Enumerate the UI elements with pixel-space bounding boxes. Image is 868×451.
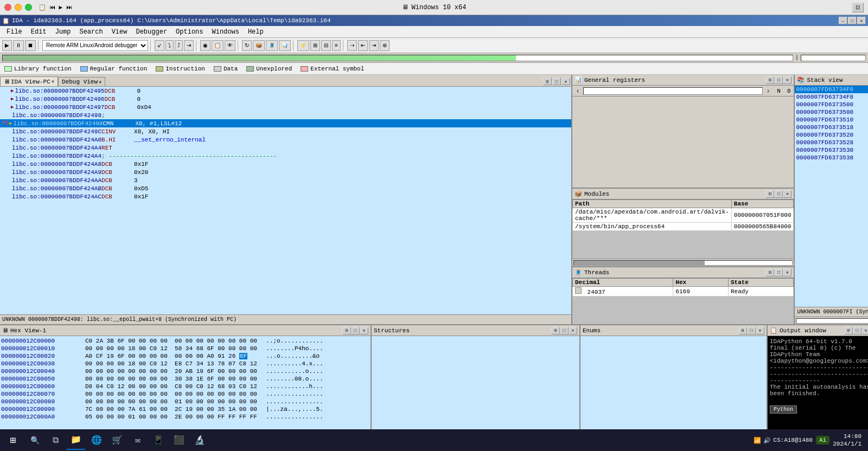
extra4[interactable]: ≡ — [332, 40, 341, 51]
step-out[interactable]: ⤴ — [175, 40, 183, 51]
menu-file[interactable]: File — [2, 27, 27, 37]
taskbar-android[interactable]: 📱 — [149, 430, 168, 450]
regs-btn[interactable]: 📊 — [279, 40, 291, 51]
reg-nav-left[interactable]: ‹ — [572, 87, 583, 95]
hex-content[interactable]: 000000012C00000 C0 2A 3B 6F 00 00 00 00 … — [0, 336, 371, 440]
taskbar-explorer[interactable]: 📁 — [66, 430, 86, 450]
menu-help[interactable]: Help — [244, 27, 268, 37]
menu-debugger[interactable]: Debugger — [131, 27, 171, 37]
legend-external-label: External symbol — [310, 66, 364, 72]
taskbar-search-button[interactable]: 🔍 — [25, 430, 44, 450]
modules-row[interactable]: /system/bin/app_process64 0000000565B840… — [573, 223, 794, 231]
action4[interactable]: ⊛ — [380, 40, 390, 51]
enums-restore[interactable]: ⊡ — [738, 327, 747, 334]
gen-reg-float[interactable]: □ — [774, 76, 783, 84]
taskbar-ida[interactable]: 🔬 — [190, 430, 209, 450]
output-float[interactable]: □ — [853, 327, 861, 334]
structures-restore[interactable]: ⊡ — [551, 327, 560, 334]
python-button[interactable]: Python — [770, 405, 797, 414]
menu-options[interactable]: Options — [171, 27, 207, 37]
thread-row[interactable]: 24937 6169 Ready — [573, 287, 794, 297]
menu-windows[interactable]: Windows — [208, 27, 244, 37]
action1[interactable]: ⇢ — [347, 40, 357, 51]
modules-restore[interactable]: ⊡ — [765, 190, 774, 198]
modules-row[interactable]: /data/misc/apexdata/com.android.art/dalv… — [573, 208, 794, 223]
win-restore-btn[interactable]: ⊡ — [852, 3, 864, 12]
taskbar-mail[interactable]: ✉ — [128, 430, 148, 450]
threads-col-decimal: Decimal — [573, 279, 673, 287]
thread-hex: 6169 — [673, 287, 729, 297]
sys-tray-network[interactable]: 📶 — [754, 437, 761, 444]
panel-close-btn[interactable]: ✕ — [561, 78, 570, 85]
os-title: Windows 10 x64 — [412, 4, 467, 11]
threads-restore[interactable]: ⊡ — [765, 269, 774, 276]
output-restore[interactable]: ⊡ — [844, 327, 853, 334]
reg-nav-right[interactable]: › — [763, 87, 774, 95]
debug-view-close[interactable]: ✕ — [99, 79, 101, 85]
modules-btn[interactable]: 📦 — [253, 40, 265, 51]
tab-debug-view[interactable]: Debug View ✕ — [58, 77, 105, 86]
tab-ida-view[interactable]: 🖥 IDA View-PC ✕ — [0, 76, 58, 86]
hex-restore[interactable]: ⊡ — [342, 327, 351, 334]
taskbar-task-view[interactable]: ⧉ — [46, 430, 65, 450]
disasm-row: libc.so:00000007BDDF424AC DCB 0x1F — [0, 192, 571, 201]
enums-close[interactable]: ✕ — [756, 327, 764, 334]
threads-float[interactable]: □ — [774, 269, 783, 276]
ida-close-btn[interactable]: ✕ — [857, 17, 866, 24]
modules-scrollbar[interactable] — [573, 260, 793, 266]
gen-reg-restore[interactable]: ⊡ — [765, 76, 774, 84]
maximize-button[interactable] — [25, 4, 32, 11]
structures-float[interactable]: □ — [560, 327, 569, 334]
taskbar-start-button[interactable]: ⊞ — [2, 430, 24, 450]
menu-view[interactable]: View — [107, 27, 132, 37]
step-over[interactable]: ⤵ — [165, 40, 174, 51]
panel-restore-btn[interactable]: ⊡ — [543, 78, 552, 85]
stack-hscrollbar[interactable] — [796, 318, 868, 324]
minimize-button[interactable] — [15, 4, 22, 11]
taskbar-store[interactable]: 🛒 — [107, 430, 127, 450]
extra2[interactable]: ⊞ — [310, 40, 320, 51]
ai-badge[interactable]: Ai — [816, 436, 829, 444]
modules-close[interactable]: ✕ — [783, 190, 792, 198]
disasm-status: UNKNOWN 0000007BDDF42498: libc.so:__epol… — [0, 314, 571, 324]
sys-tray-volume[interactable]: 🔊 — [763, 437, 771, 444]
structures-close[interactable]: ✕ — [569, 327, 577, 334]
menu-edit[interactable]: Edit — [27, 27, 51, 37]
close-button[interactable] — [4, 4, 11, 11]
step-into[interactable]: ↙ — [155, 40, 164, 51]
disasm-list[interactable]: ▶ libc.so:00000007BDDF42495 DCB 0 ▶ libc… — [0, 87, 571, 314]
refresh[interactable]: ↻ — [242, 40, 252, 51]
threads-btn[interactable]: 🧵 — [266, 40, 278, 51]
pause-btn[interactable]: ⏸ — [13, 40, 24, 51]
debugger-select[interactable]: Remote ARM Linux/Android debugger — [42, 40, 148, 51]
taskbar-edge[interactable]: 🌐 — [87, 430, 106, 450]
extra1[interactable]: ⚡ — [297, 40, 309, 51]
stack-content[interactable]: 0000007FD63734F0 00000 0000007FD63734F8 … — [795, 86, 868, 307]
stop-btn[interactable]: ⏹ — [25, 40, 36, 51]
hex-float[interactable]: □ — [351, 327, 360, 334]
threads-close[interactable]: ✕ — [783, 269, 792, 276]
menu-search[interactable]: Search — [75, 27, 107, 37]
bp-toggle[interactable]: ◉ — [200, 40, 210, 51]
run-until[interactable]: ⇥ — [184, 40, 194, 51]
output-close[interactable]: ✕ — [861, 327, 868, 334]
sys-tray: 📶 🔊 CS:A18@1480 — [754, 437, 813, 444]
extra3[interactable]: ⊟ — [321, 40, 331, 51]
bp-list[interactable]: 📋 — [212, 40, 224, 51]
action2[interactable]: ⇤ — [358, 40, 368, 51]
ida-minimize-btn[interactable]: — — [839, 17, 847, 24]
play-btn[interactable]: ▶ — [2, 40, 12, 51]
action3[interactable]: ⇥ — [369, 40, 379, 51]
taskbar-terminal[interactable]: ⬛ — [169, 430, 189, 450]
watch-list[interactable]: 👁 — [225, 40, 235, 51]
modules-float[interactable]: □ — [774, 190, 783, 198]
gen-reg-close[interactable]: ✕ — [783, 76, 792, 84]
ida-view-close[interactable]: ✕ — [52, 79, 54, 85]
taskbar-clock[interactable]: 14:80 2024/1/1 — [833, 433, 861, 448]
ida-restore-btn[interactable]: □ — [848, 17, 857, 24]
enums-float[interactable]: □ — [747, 327, 756, 334]
menu-jump[interactable]: Jump — [51, 27, 75, 37]
panel-float-btn[interactable]: □ — [552, 78, 561, 85]
hex-close[interactable]: ✕ — [360, 327, 368, 334]
left-column: 🖥 IDA View-PC ✕ Debug View ✕ ⊡ □ ✕ — [0, 75, 572, 324]
